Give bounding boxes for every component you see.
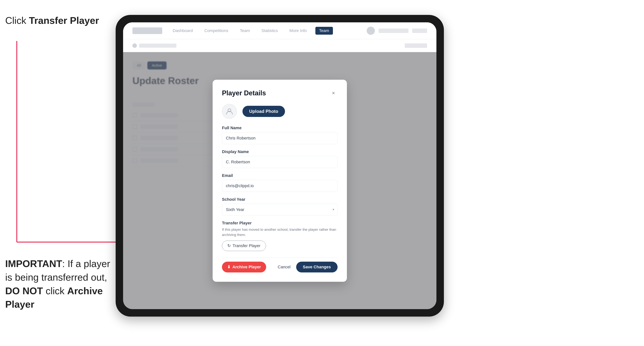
breadcrumb (139, 44, 176, 48)
school-year-select-wrapper: First Year Second Year Third Year Fourth… (222, 204, 338, 215)
photo-section: Upload Photo (222, 104, 338, 119)
nav-item-competitions[interactable]: Competitions (202, 27, 231, 35)
header-avatar (367, 27, 375, 35)
modal-title: Player Details (222, 89, 266, 97)
tablet-frame: Dashboard Competitions Team Statistics M… (116, 15, 444, 317)
app-logo (132, 27, 162, 34)
school-year-label: School Year (222, 197, 338, 202)
header-action (405, 43, 427, 48)
footer-right-buttons: Cancel Save Changes (274, 262, 338, 272)
modal-close-button[interactable]: × (329, 89, 338, 97)
archive-player-button[interactable]: ⬇ Archive Player (222, 262, 266, 272)
full-name-field: Full Name (222, 126, 338, 144)
full-name-input[interactable] (222, 132, 338, 144)
transfer-player-button[interactable]: ↻ Transfer Player (222, 241, 266, 251)
full-name-label: Full Name (222, 126, 338, 130)
display-name-label: Display Name (222, 149, 338, 154)
nav-item-statistics[interactable]: Statistics (258, 27, 281, 35)
app-header: Dashboard Competitions Team Statistics M… (123, 22, 436, 39)
avatar-placeholder (222, 104, 237, 119)
sub-header (123, 39, 436, 52)
nav-item-team1[interactable]: Team (237, 27, 253, 35)
instruction-important: IMPORTANT (5, 258, 62, 269)
transfer-section: Transfer Player If this player has moved… (222, 221, 338, 251)
transfer-section-label: Transfer Player (222, 221, 338, 225)
transfer-icon: ↻ (227, 243, 231, 248)
tablet-screen: Dashboard Competitions Team Statistics M… (123, 22, 436, 309)
header-extra (412, 28, 427, 33)
transfer-description: If this player has moved to another scho… (222, 227, 338, 238)
archive-btn-label: Archive Player (232, 265, 261, 269)
school-year-select[interactable]: First Year Second Year Third Year Fourth… (222, 204, 338, 215)
instruction-top: Click Transfer Player (5, 15, 99, 26)
instruction-click: click (43, 286, 67, 296)
modal-header: Player Details × (222, 89, 338, 97)
save-changes-button[interactable]: Save Changes (296, 262, 338, 272)
display-name-input[interactable] (222, 156, 338, 168)
instruction-bottom: IMPORTANT: If a player is being transfer… (5, 257, 114, 311)
instruction-bold: Transfer Player (29, 15, 99, 26)
cancel-button[interactable]: Cancel (274, 262, 294, 272)
display-name-field: Display Name (222, 149, 338, 168)
email-input[interactable] (222, 180, 338, 192)
instruction-prefix: Click (5, 15, 29, 26)
header-right (367, 27, 427, 35)
upload-photo-button[interactable]: Upload Photo (242, 106, 285, 117)
nav-item-team-active[interactable]: Team (316, 27, 333, 35)
archive-icon: ⬇ (227, 265, 230, 269)
header-user-name (378, 28, 408, 33)
nav-item-dashboard[interactable]: Dashboard (170, 27, 196, 35)
content-area: All Active Update Roster (123, 52, 436, 309)
instruction-do-not: DO NOT (5, 286, 43, 296)
modal-overlay: Player Details × Upload Photo (123, 52, 436, 309)
email-label: Email (222, 173, 338, 178)
nav-bar: Dashboard Competitions Team Statistics M… (170, 27, 359, 35)
nav-item-more[interactable]: More Info (286, 27, 310, 35)
email-field: Email (222, 173, 338, 192)
transfer-btn-label: Transfer Player (232, 243, 260, 248)
modal-footer: ⬇ Archive Player Cancel Save Changes (222, 258, 338, 272)
school-year-field: School Year First Year Second Year Third… (222, 197, 338, 215)
breadcrumb-icon (132, 43, 137, 48)
player-details-modal: Player Details × Upload Photo (212, 80, 347, 282)
